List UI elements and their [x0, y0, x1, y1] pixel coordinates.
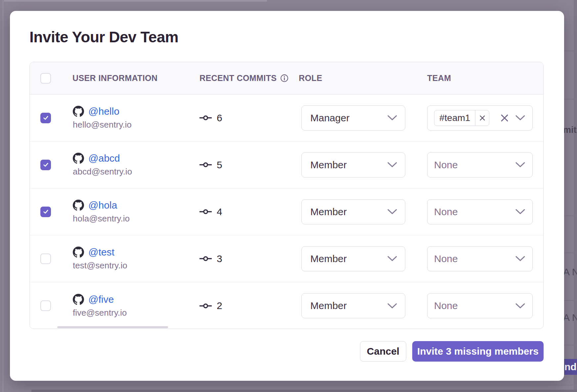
chevron-down-icon[interactable]	[387, 162, 397, 168]
team-select[interactable]: None	[427, 293, 533, 318]
github-icon	[73, 247, 84, 258]
background-row-divider	[562, 253, 577, 253]
user-email: five@sentry.io	[73, 308, 127, 318]
user-email: hola@sentry.io	[73, 214, 130, 224]
background-row-divider	[562, 300, 577, 301]
members-table: USER INFORMATION RECENT COMMITS ROLE TEA…	[29, 62, 544, 329]
clear-selection-icon[interactable]	[500, 114, 509, 122]
team-select-value: None	[434, 206, 458, 217]
row-checkbox[interactable]	[40, 254, 51, 264]
table-row: @five five@sentry.io 2 Member	[30, 282, 543, 329]
role-select[interactable]: Member	[301, 246, 405, 271]
commit-count: 3	[217, 253, 222, 264]
role-select[interactable]: Member	[301, 152, 405, 177]
table-row: @hola hola@sentry.io 4 Member	[30, 188, 543, 235]
role-select-value: Manager	[310, 112, 349, 124]
background-divider	[3, 0, 3, 392]
github-username-link[interactable]: @hola	[88, 200, 117, 211]
invite-dev-team-modal: Invite Your Dev Team USER INFORMATION RE…	[10, 11, 564, 381]
team-tag: #team1	[434, 110, 489, 126]
column-header-recent-commits: RECENT COMMITS	[189, 73, 289, 83]
role-select-value: Member	[310, 253, 347, 264]
background-strip	[31, 390, 577, 392]
modal-title: Invite Your Dev Team	[29, 28, 178, 46]
team-select-value: None	[434, 253, 458, 264]
chevron-down-icon[interactable]	[387, 303, 397, 309]
github-username-link[interactable]: @five	[88, 294, 114, 305]
team-select-value: None	[434, 159, 458, 171]
table-header-row: USER INFORMATION RECENT COMMITS ROLE TEA…	[30, 62, 543, 95]
commit-count: 4	[217, 206, 222, 217]
background-cut-text: A No	[563, 266, 577, 278]
chevron-down-icon[interactable]	[387, 256, 397, 261]
role-select-value: Member	[310, 300, 347, 311]
chevron-down-icon[interactable]	[387, 209, 397, 215]
chevron-down-icon[interactable]	[515, 209, 525, 215]
github-icon	[73, 106, 84, 117]
role-select[interactable]: Member	[301, 199, 405, 224]
role-select[interactable]: Member	[301, 293, 405, 318]
column-header-team: TEAM	[418, 73, 544, 83]
column-header-user-information: USER INFORMATION	[62, 73, 189, 83]
background-cut-text: mit	[563, 125, 577, 135]
background-row-divider	[562, 51, 577, 51]
team-tag-label: #team1	[434, 113, 475, 123]
git-commit-icon	[200, 161, 212, 168]
background-edge-strip	[574, 0, 577, 392]
user-email: abcd@sentry.io	[73, 167, 132, 177]
user-email: hello@sentry.io	[73, 120, 132, 130]
row-checkbox[interactable]	[40, 300, 51, 311]
background-strip	[4, 0, 267, 2]
column-header-role: ROLE	[289, 73, 418, 83]
row-checkbox[interactable]	[40, 207, 51, 217]
invite-members-button[interactable]: Invite 3 missing members	[412, 341, 544, 362]
background-purple-button: nd	[562, 359, 577, 375]
background-row-divider	[562, 216, 577, 216]
chevron-down-icon[interactable]	[515, 162, 525, 168]
background-row-divider	[562, 345, 577, 345]
team-select[interactable]: None	[427, 246, 533, 271]
commit-count: 6	[217, 112, 222, 124]
remove-tag-icon[interactable]	[475, 110, 489, 126]
commit-count: 2	[217, 300, 222, 311]
github-username-link[interactable]: @test	[88, 247, 114, 258]
info-icon[interactable]	[280, 74, 288, 82]
git-commit-icon	[200, 114, 212, 121]
background-cut-text: A No	[563, 312, 577, 323]
chevron-down-icon[interactable]	[387, 115, 397, 121]
git-commit-icon	[200, 302, 212, 309]
table-row: @abcd abcd@sentry.io 5 Member	[30, 141, 543, 188]
github-username-link[interactable]: @hello	[88, 106, 119, 117]
background-row-divider	[562, 99, 577, 99]
commit-count: 5	[217, 159, 222, 171]
github-icon	[73, 294, 84, 305]
team-select[interactable]: #team1	[427, 105, 533, 131]
row-checkbox[interactable]	[40, 160, 51, 170]
cancel-button[interactable]: Cancel	[360, 341, 406, 362]
chevron-down-icon[interactable]	[515, 256, 525, 261]
chevron-down-icon[interactable]	[515, 115, 525, 121]
team-select[interactable]: None	[427, 199, 533, 224]
background-card-edge	[26, 385, 577, 385]
git-commit-icon	[200, 208, 212, 215]
table-row: @test test@sentry.io 3 Member	[30, 235, 543, 282]
chevron-down-icon[interactable]	[515, 303, 525, 309]
user-email: test@sentry.io	[73, 260, 127, 271]
git-commit-icon	[200, 255, 212, 262]
select-all-checkbox[interactable]	[40, 73, 51, 84]
github-icon	[73, 153, 84, 164]
team-select[interactable]: None	[427, 152, 533, 177]
role-select-value: Member	[310, 206, 347, 217]
team-select-value: None	[434, 300, 458, 311]
github-icon	[73, 200, 84, 211]
role-select[interactable]: Manager	[301, 105, 405, 131]
row-checkbox[interactable]	[40, 113, 51, 123]
table-row: @hello hello@sentry.io 6 Manager	[30, 95, 543, 141]
github-username-link[interactable]: @abcd	[88, 153, 120, 164]
horizontal-scrollbar-thumb[interactable]	[57, 326, 168, 328]
role-select-value: Member	[310, 159, 347, 171]
